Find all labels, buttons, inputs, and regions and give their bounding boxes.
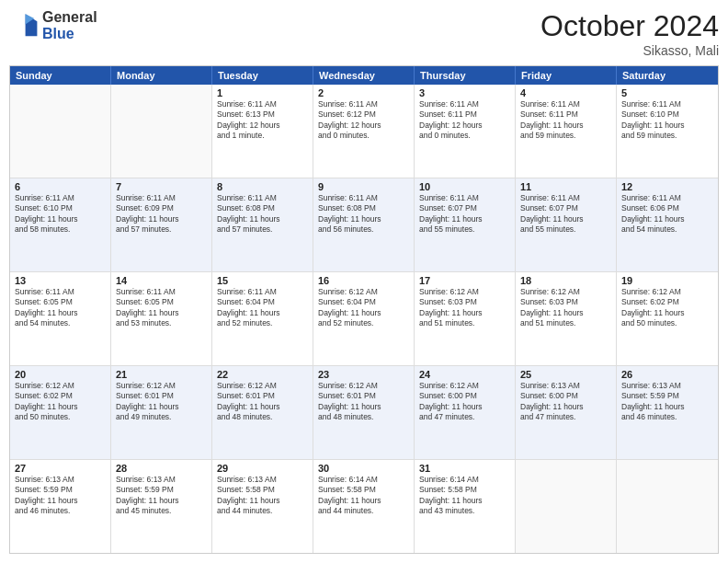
day-number: 11	[520, 181, 611, 192]
empty-cell	[516, 460, 617, 553]
header-day-saturday: Saturday	[617, 66, 718, 85]
day-cell-15: 15Sunrise: 6:11 AM Sunset: 6:04 PM Dayli…	[212, 272, 313, 365]
header-day-wednesday: Wednesday	[313, 66, 415, 85]
header-day-thursday: Thursday	[415, 66, 516, 85]
day-cell-1: 1Sunrise: 6:11 AM Sunset: 6:13 PM Daylig…	[212, 85, 313, 178]
day-cell-21: 21Sunrise: 6:12 AM Sunset: 6:01 PM Dayli…	[111, 366, 212, 459]
month-title: October 2024	[540, 9, 719, 43]
day-info: Sunrise: 6:12 AM Sunset: 6:04 PM Dayligh…	[318, 287, 409, 329]
day-cell-13: 13Sunrise: 6:11 AM Sunset: 6:05 PM Dayli…	[10, 272, 111, 365]
day-number: 31	[419, 463, 510, 474]
day-number: 16	[318, 275, 409, 286]
day-info: Sunrise: 6:11 AM Sunset: 6:06 PM Dayligh…	[621, 193, 713, 236]
day-info: Sunrise: 6:13 AM Sunset: 5:59 PM Dayligh…	[621, 381, 713, 423]
day-cell-20: 20Sunrise: 6:12 AM Sunset: 6:02 PM Dayli…	[10, 366, 111, 459]
day-info: Sunrise: 6:11 AM Sunset: 6:10 PM Dayligh…	[15, 193, 106, 236]
day-cell-19: 19Sunrise: 6:12 AM Sunset: 6:02 PM Dayli…	[617, 272, 718, 365]
day-info: Sunrise: 6:12 AM Sunset: 6:00 PM Dayligh…	[419, 381, 510, 423]
day-info: Sunrise: 6:13 AM Sunset: 5:59 PM Dayligh…	[116, 475, 207, 517]
calendar-header: SundayMondayTuesdayWednesdayThursdayFrid…	[10, 66, 718, 85]
day-number: 18	[520, 275, 611, 286]
day-info: Sunrise: 6:11 AM Sunset: 6:11 PM Dayligh…	[419, 99, 510, 142]
day-number: 26	[621, 369, 713, 380]
day-info: Sunrise: 6:12 AM Sunset: 6:01 PM Dayligh…	[116, 381, 207, 423]
day-cell-16: 16Sunrise: 6:12 AM Sunset: 6:04 PM Dayli…	[313, 272, 415, 365]
day-number: 22	[217, 369, 308, 380]
day-cell-14: 14Sunrise: 6:11 AM Sunset: 6:05 PM Dayli…	[111, 272, 212, 365]
day-cell-28: 28Sunrise: 6:13 AM Sunset: 5:59 PM Dayli…	[111, 460, 212, 553]
calendar-row-2: 13Sunrise: 6:11 AM Sunset: 6:05 PM Dayli…	[10, 272, 718, 366]
calendar-row-1: 6Sunrise: 6:11 AM Sunset: 6:10 PM Daylig…	[10, 178, 718, 272]
day-cell-22: 22Sunrise: 6:12 AM Sunset: 6:01 PM Dayli…	[212, 366, 313, 459]
day-number: 4	[520, 87, 611, 98]
page: General Blue October 2024 Sikasso, Mali …	[0, 0, 728, 563]
day-info: Sunrise: 6:14 AM Sunset: 5:58 PM Dayligh…	[419, 475, 510, 517]
logo: General Blue	[9, 9, 97, 41]
logo-text: General Blue	[42, 9, 97, 41]
day-info: Sunrise: 6:11 AM Sunset: 6:05 PM Dayligh…	[15, 287, 106, 329]
day-info: Sunrise: 6:11 AM Sunset: 6:11 PM Dayligh…	[520, 99, 611, 142]
empty-cell	[617, 460, 718, 553]
day-cell-7: 7Sunrise: 6:11 AM Sunset: 6:09 PM Daylig…	[111, 178, 212, 271]
calendar-body: 1Sunrise: 6:11 AM Sunset: 6:13 PM Daylig…	[10, 85, 718, 553]
header-day-monday: Monday	[111, 66, 212, 85]
day-cell-17: 17Sunrise: 6:12 AM Sunset: 6:03 PM Dayli…	[415, 272, 516, 365]
day-number: 2	[318, 87, 409, 98]
day-number: 21	[116, 369, 207, 380]
day-info: Sunrise: 6:12 AM Sunset: 6:02 PM Dayligh…	[621, 287, 713, 329]
day-cell-11: 11Sunrise: 6:11 AM Sunset: 6:07 PM Dayli…	[516, 178, 617, 271]
day-info: Sunrise: 6:12 AM Sunset: 6:03 PM Dayligh…	[419, 287, 510, 329]
day-cell-25: 25Sunrise: 6:13 AM Sunset: 6:00 PM Dayli…	[516, 366, 617, 459]
logo-icon	[9, 11, 39, 40]
day-info: Sunrise: 6:13 AM Sunset: 5:58 PM Dayligh…	[217, 475, 308, 517]
day-cell-4: 4Sunrise: 6:11 AM Sunset: 6:11 PM Daylig…	[516, 85, 617, 178]
day-cell-24: 24Sunrise: 6:12 AM Sunset: 6:00 PM Dayli…	[415, 366, 516, 459]
header: General Blue October 2024 Sikasso, Mali	[9, 9, 719, 58]
day-number: 25	[520, 369, 611, 380]
day-cell-6: 6Sunrise: 6:11 AM Sunset: 6:10 PM Daylig…	[10, 178, 111, 271]
day-number: 23	[318, 369, 409, 380]
calendar-row-0: 1Sunrise: 6:11 AM Sunset: 6:13 PM Daylig…	[10, 85, 718, 178]
day-info: Sunrise: 6:11 AM Sunset: 6:07 PM Dayligh…	[520, 193, 611, 236]
title-block: October 2024 Sikasso, Mali	[540, 9, 719, 58]
day-number: 17	[419, 275, 510, 286]
day-cell-23: 23Sunrise: 6:12 AM Sunset: 6:01 PM Dayli…	[313, 366, 415, 459]
day-number: 29	[217, 463, 308, 474]
day-info: Sunrise: 6:11 AM Sunset: 6:08 PM Dayligh…	[217, 193, 308, 236]
day-cell-12: 12Sunrise: 6:11 AM Sunset: 6:06 PM Dayli…	[617, 178, 718, 271]
day-cell-5: 5Sunrise: 6:11 AM Sunset: 6:10 PM Daylig…	[617, 85, 718, 178]
day-number: 13	[15, 275, 106, 286]
day-number: 1	[217, 87, 308, 98]
logo-blue: Blue	[42, 26, 97, 42]
day-cell-27: 27Sunrise: 6:13 AM Sunset: 5:59 PM Dayli…	[10, 460, 111, 553]
day-cell-2: 2Sunrise: 6:11 AM Sunset: 6:12 PM Daylig…	[313, 85, 415, 178]
header-day-tuesday: Tuesday	[212, 66, 313, 85]
empty-cell	[111, 85, 212, 178]
day-info: Sunrise: 6:11 AM Sunset: 6:08 PM Dayligh…	[318, 193, 409, 236]
day-cell-29: 29Sunrise: 6:13 AM Sunset: 5:58 PM Dayli…	[212, 460, 313, 553]
day-info: Sunrise: 6:12 AM Sunset: 6:03 PM Dayligh…	[520, 287, 611, 329]
day-info: Sunrise: 6:13 AM Sunset: 6:00 PM Dayligh…	[520, 381, 611, 423]
day-info: Sunrise: 6:14 AM Sunset: 5:58 PM Dayligh…	[318, 475, 409, 517]
empty-cell	[10, 85, 111, 178]
day-number: 20	[15, 369, 106, 380]
day-cell-26: 26Sunrise: 6:13 AM Sunset: 5:59 PM Dayli…	[617, 366, 718, 459]
day-cell-18: 18Sunrise: 6:12 AM Sunset: 6:03 PM Dayli…	[516, 272, 617, 365]
day-info: Sunrise: 6:12 AM Sunset: 6:02 PM Dayligh…	[15, 381, 106, 423]
day-info: Sunrise: 6:11 AM Sunset: 6:09 PM Dayligh…	[116, 193, 207, 236]
day-number: 27	[15, 463, 106, 474]
day-info: Sunrise: 6:11 AM Sunset: 6:12 PM Dayligh…	[318, 99, 409, 142]
header-day-friday: Friday	[516, 66, 617, 85]
day-number: 30	[318, 463, 409, 474]
day-cell-30: 30Sunrise: 6:14 AM Sunset: 5:58 PM Dayli…	[313, 460, 415, 553]
day-cell-10: 10Sunrise: 6:11 AM Sunset: 6:07 PM Dayli…	[415, 178, 516, 271]
day-number: 8	[217, 181, 308, 192]
day-info: Sunrise: 6:12 AM Sunset: 6:01 PM Dayligh…	[318, 381, 409, 423]
day-info: Sunrise: 6:11 AM Sunset: 6:07 PM Dayligh…	[419, 193, 510, 236]
day-info: Sunrise: 6:11 AM Sunset: 6:13 PM Dayligh…	[217, 99, 308, 142]
day-cell-3: 3Sunrise: 6:11 AM Sunset: 6:11 PM Daylig…	[415, 85, 516, 178]
location: Sikasso, Mali	[540, 43, 719, 58]
day-number: 3	[419, 87, 510, 98]
logo-general: General	[42, 9, 97, 26]
calendar-row-3: 20Sunrise: 6:12 AM Sunset: 6:02 PM Dayli…	[10, 366, 718, 460]
